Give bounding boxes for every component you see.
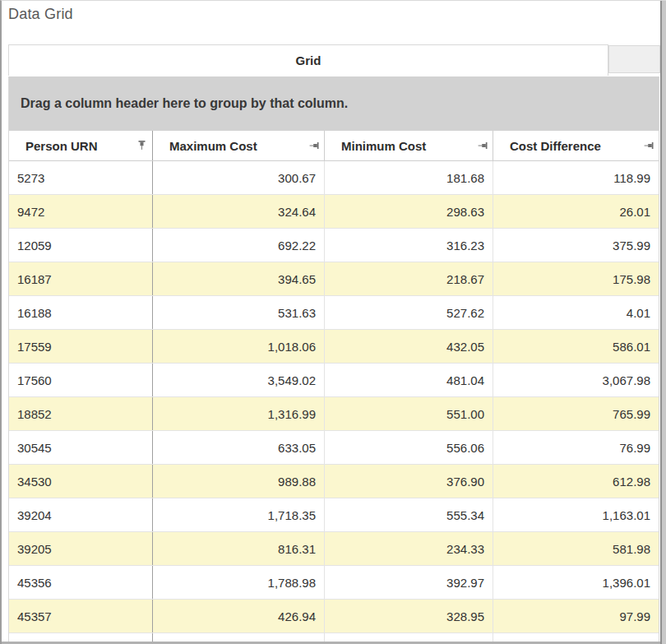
table-row[interactable]: 18852 1,316.99 551.00 765.99: [9, 397, 659, 431]
column-header-label: Minimum Cost: [341, 139, 426, 153]
cell-person-urn[interactable]: 9472: [9, 195, 153, 228]
cell-maximum-cost[interactable]: 531.63: [153, 296, 325, 329]
pin-icon[interactable]: [308, 140, 319, 151]
cell-person-urn[interactable]: 18852: [9, 397, 153, 430]
cell-maximum-cost[interactable]: 324.64: [153, 195, 325, 228]
table-row[interactable]: 12059 692.22 316.23 375.99: [9, 229, 659, 262]
grid-body: 5273 300.67 181.68 118.99 9472 324.64 29…: [9, 161, 659, 633]
cell-maximum-cost[interactable]: 1,316.99: [153, 397, 325, 430]
cell-maximum-cost[interactable]: 816.31: [153, 532, 325, 565]
table-row[interactable]: 5273 300.67 181.68 118.99: [9, 161, 659, 195]
cell-cost-difference[interactable]: 612.98: [493, 465, 659, 498]
cell-person-urn[interactable]: 30545: [9, 431, 153, 464]
column-header-label: Person URN: [25, 139, 98, 153]
cell-minimum-cost[interactable]: 556.06: [325, 431, 493, 464]
table-row[interactable]: 17559 1,018.06 432.05 586.01: [9, 330, 659, 364]
cell-cost-difference[interactable]: 97.99: [493, 600, 659, 632]
cell-person-urn[interactable]: 12059: [9, 229, 153, 262]
cell-maximum-cost[interactable]: 633.05: [153, 431, 325, 464]
column-header-maximum-cost[interactable]: Maximum Cost: [153, 131, 325, 160]
column-header-cost-difference[interactable]: Cost Difference: [493, 131, 659, 160]
cell-maximum-cost[interactable]: 1,788.98: [153, 566, 325, 599]
cell-cost-difference[interactable]: 4.01: [493, 296, 659, 329]
cell-cost-difference[interactable]: 375.99: [493, 229, 659, 262]
window-right-edge: [660, 1, 666, 644]
table-row[interactable]: 39205 816.31 234.33 581.98: [9, 532, 659, 566]
cell-person-urn[interactable]: 39204: [9, 498, 153, 531]
cell-person-urn[interactable]: 39205: [9, 532, 153, 565]
cell-minimum-cost[interactable]: 218.67: [325, 262, 493, 295]
tab-strip: Grid: [8, 44, 660, 76]
cell-cost-difference[interactable]: 118.99: [493, 161, 659, 194]
cell-cost-difference[interactable]: 586.01: [493, 330, 659, 363]
group-by-panel-text: Drag a column header here to group by th…: [21, 96, 348, 111]
column-header-label: Maximum Cost: [169, 139, 257, 153]
table-row[interactable]: 16187 394.65 218.67 175.98: [9, 262, 659, 296]
pin-icon[interactable]: [477, 140, 488, 151]
app-window: Data Grid Grid Drag a column header here…: [0, 0, 666, 644]
grid-header-row: Person URN Maximum Cost: [9, 131, 659, 161]
cell-maximum-cost[interactable]: 300.67: [153, 161, 325, 194]
cell-cost-difference[interactable]: 76.99: [493, 431, 659, 464]
cell-person-urn[interactable]: 16187: [9, 262, 153, 295]
cell-minimum-cost[interactable]: 527.62: [325, 296, 493, 329]
cell-cost-difference[interactable]: 175.98: [493, 262, 659, 295]
cell-minimum-cost[interactable]: 392.97: [325, 566, 493, 599]
cell-person-urn[interactable]: 17560: [9, 364, 153, 396]
table-row[interactable]: 39204 1,718.35 555.34 1,163.01: [9, 498, 659, 532]
cell-minimum-cost[interactable]: 181.68: [325, 161, 493, 194]
cell-minimum-cost[interactable]: 555.34: [325, 498, 493, 531]
cell-minimum-cost[interactable]: 234.33: [325, 532, 493, 565]
cell-person-urn[interactable]: 45356: [9, 566, 153, 599]
tab-grid[interactable]: Grid: [8, 44, 608, 76]
cell-maximum-cost[interactable]: 1,018.06: [153, 330, 325, 363]
cell-maximum-cost[interactable]: 3,549.02: [153, 364, 325, 396]
cell-maximum-cost[interactable]: 692.22: [153, 229, 325, 262]
cell-person-urn[interactable]: 34530: [9, 465, 153, 498]
cell-maximum-cost[interactable]: 426.94: [153, 600, 325, 632]
cell-person-urn[interactable]: 17559: [9, 330, 153, 363]
group-by-panel[interactable]: Drag a column header here to group by th…: [9, 76, 659, 131]
cell-minimum-cost[interactable]: 376.90: [325, 465, 493, 498]
column-header-label: Cost Difference: [510, 139, 601, 153]
pin-icon[interactable]: [136, 140, 147, 151]
table-row[interactable]: 45356 1,788.98 392.97 1,396.01: [9, 566, 659, 600]
cell-cost-difference[interactable]: 26.01: [493, 195, 659, 228]
cell-minimum-cost[interactable]: 328.95: [325, 600, 493, 632]
cell-person-urn[interactable]: 5273: [9, 161, 153, 194]
table-row[interactable]: 30545 633.05 556.06 76.99: [9, 431, 659, 465]
cell-cost-difference[interactable]: 765.99: [493, 397, 659, 430]
table-row[interactable]: 34530 989.88 376.90 612.98: [9, 465, 659, 498]
cell-cost-difference[interactable]: 581.98: [493, 532, 659, 565]
cell-cost-difference[interactable]: 1,163.01: [493, 498, 659, 531]
partial-row: [9, 633, 659, 642]
table-row[interactable]: 16188 531.63 527.62 4.01: [9, 296, 659, 330]
data-grid: Drag a column header here to group by th…: [8, 76, 659, 642]
cell-person-urn[interactable]: 16188: [9, 296, 153, 329]
table-row[interactable]: 9472 324.64 298.63 26.01: [9, 195, 659, 229]
cell-maximum-cost[interactable]: 989.88: [153, 465, 325, 498]
cell-cost-difference[interactable]: 3,067.98: [493, 364, 659, 396]
column-header-person-urn[interactable]: Person URN: [9, 131, 153, 160]
cell-cost-difference[interactable]: 1,396.01: [493, 566, 659, 599]
column-header-minimum-cost[interactable]: Minimum Cost: [325, 131, 493, 160]
cell-minimum-cost[interactable]: 316.23: [325, 229, 493, 262]
cell-maximum-cost[interactable]: 394.65: [153, 262, 325, 295]
cell-maximum-cost[interactable]: 1,718.35: [153, 498, 325, 531]
cell-person-urn[interactable]: 45357: [9, 600, 153, 632]
cell-minimum-cost[interactable]: 298.63: [325, 195, 493, 228]
cell-minimum-cost[interactable]: 551.00: [325, 397, 493, 430]
pin-icon[interactable]: [643, 140, 654, 151]
tab-strip-filler: [608, 45, 660, 73]
cell-minimum-cost[interactable]: 481.04: [325, 364, 493, 396]
table-row[interactable]: 17560 3,549.02 481.04 3,067.98: [9, 364, 659, 397]
cell-minimum-cost[interactable]: 432.05: [325, 330, 493, 363]
page-title: Data Grid: [8, 6, 73, 23]
table-row[interactable]: 45357 426.94 328.95 97.99: [9, 600, 659, 633]
